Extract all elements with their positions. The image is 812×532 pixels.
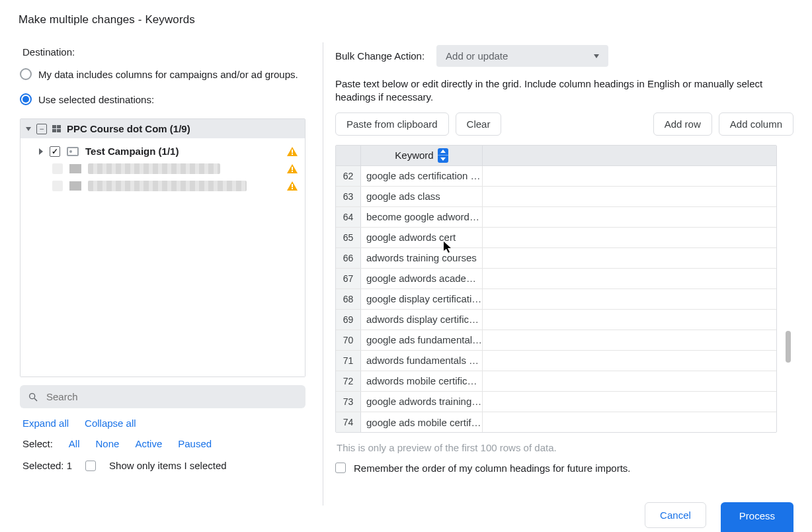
table-row[interactable]: 72adwords mobile certific… bbox=[336, 371, 776, 392]
warning-icon bbox=[286, 181, 298, 191]
table-row[interactable]: 68google display certificati… bbox=[336, 289, 776, 310]
cell-keyword[interactable]: google adwords acade… bbox=[361, 269, 483, 288]
grid-header-spacer bbox=[483, 146, 776, 165]
table-row[interactable]: 67google adwords acade… bbox=[336, 269, 776, 289]
table-row[interactable]: 71adwords fundamentals … bbox=[336, 351, 776, 371]
select-paused-link[interactable]: Paused bbox=[178, 438, 212, 449]
paste-button[interactable]: Paste from clipboard bbox=[335, 112, 449, 136]
remember-label: Remember the order of my column headings… bbox=[354, 463, 631, 474]
expand-all-link[interactable]: Expand all bbox=[22, 418, 69, 429]
add-row-button[interactable]: Add row bbox=[653, 112, 712, 136]
chevron-down-icon bbox=[440, 157, 446, 161]
select-none-link[interactable]: None bbox=[96, 438, 120, 449]
radio-unchecked-icon[interactable] bbox=[20, 68, 32, 80]
row-number: 63 bbox=[336, 187, 361, 206]
tree-item-redacted[interactable] bbox=[23, 160, 302, 177]
placeholder-icon bbox=[52, 163, 63, 174]
table-row[interactable]: 74google ads mobile certif… bbox=[336, 412, 776, 432]
select-all-link[interactable]: All bbox=[69, 438, 80, 449]
select-active-link[interactable]: Active bbox=[135, 438, 162, 449]
process-button[interactable]: Process bbox=[721, 502, 793, 532]
select-label: Select: bbox=[22, 438, 53, 449]
cell-empty[interactable] bbox=[483, 351, 776, 371]
table-row[interactable]: 65google adwords cert bbox=[336, 228, 776, 248]
cell-empty[interactable] bbox=[483, 248, 776, 268]
tree-item-label: Test Campaign (1/1) bbox=[85, 146, 179, 157]
radio-columns-row[interactable]: My data includes columns for campaigns a… bbox=[20, 68, 307, 80]
row-number: 62 bbox=[336, 166, 361, 186]
cell-empty[interactable] bbox=[483, 330, 776, 350]
table-row[interactable]: 63google ads class bbox=[336, 187, 776, 207]
table-row[interactable]: 66adwords training courses bbox=[336, 248, 776, 269]
tree-item-redacted[interactable] bbox=[23, 177, 302, 195]
cell-empty[interactable] bbox=[483, 392, 776, 412]
cell-keyword[interactable]: adwords training courses bbox=[361, 248, 483, 268]
cell-empty[interactable] bbox=[483, 187, 776, 206]
table-row[interactable]: 73google adwords training… bbox=[336, 392, 776, 412]
campaign-icon bbox=[67, 147, 79, 156]
column-select-stepper[interactable] bbox=[438, 148, 448, 163]
svg-rect-1 bbox=[292, 150, 293, 153]
radio-selected-label: Use selected destinations: bbox=[38, 94, 154, 105]
scrollbar-thumb[interactable] bbox=[786, 331, 791, 363]
cell-keyword[interactable]: google adwords training… bbox=[361, 392, 483, 412]
radio-checked-icon[interactable] bbox=[20, 93, 32, 105]
collapse-all-link[interactable]: Collapse all bbox=[85, 418, 136, 429]
cell-keyword[interactable]: become google adword… bbox=[361, 207, 483, 227]
svg-rect-2 bbox=[292, 154, 293, 155]
cell-empty[interactable] bbox=[483, 412, 776, 432]
row-number: 70 bbox=[336, 330, 361, 350]
cell-keyword[interactable]: google ads class bbox=[361, 187, 483, 206]
table-row[interactable]: 70google ads fundamental… bbox=[336, 330, 776, 351]
row-number: 64 bbox=[336, 207, 361, 227]
add-column-button[interactable]: Add column bbox=[719, 112, 793, 136]
cell-keyword[interactable]: google ads mobile certif… bbox=[361, 412, 483, 432]
cell-keyword[interactable]: google ads certification … bbox=[361, 166, 483, 186]
tristate-checkbox-icon[interactable]: − bbox=[36, 124, 47, 134]
radio-selected-row[interactable]: Use selected destinations: bbox=[20, 93, 307, 105]
row-number: 67 bbox=[336, 269, 361, 288]
cell-empty[interactable] bbox=[483, 207, 776, 227]
cell-empty[interactable] bbox=[483, 228, 776, 247]
show-only-checkbox[interactable] bbox=[85, 461, 96, 471]
checkbox-checked-icon[interactable] bbox=[50, 146, 60, 157]
placeholder-icon bbox=[52, 181, 63, 191]
svg-rect-5 bbox=[292, 171, 293, 172]
search-box[interactable] bbox=[20, 385, 305, 408]
row-number: 68 bbox=[336, 289, 361, 309]
cell-keyword[interactable]: adwords display certific… bbox=[361, 310, 483, 330]
tree-root-row[interactable]: − PPC Course dot Com (1/9) bbox=[20, 119, 305, 138]
column-header-keyword[interactable]: Keyword bbox=[361, 146, 483, 165]
destination-tree: − PPC Course dot Com (1/9) Test Campaign… bbox=[20, 118, 305, 377]
cell-empty[interactable] bbox=[483, 371, 776, 391]
caret-right-icon[interactable] bbox=[39, 148, 43, 155]
search-input[interactable] bbox=[45, 390, 298, 403]
cell-empty[interactable] bbox=[483, 269, 776, 288]
cell-keyword[interactable]: google adwords cert bbox=[361, 228, 483, 247]
row-number: 74 bbox=[336, 412, 361, 432]
cell-empty[interactable] bbox=[483, 310, 776, 330]
cell-keyword[interactable]: google ads fundamental… bbox=[361, 330, 483, 350]
cell-empty[interactable] bbox=[483, 166, 776, 186]
row-number: 71 bbox=[336, 351, 361, 371]
svg-rect-8 bbox=[292, 188, 293, 189]
cell-keyword[interactable]: adwords fundamentals … bbox=[361, 351, 483, 371]
data-grid[interactable]: Keyword 62google ads certification …63go… bbox=[335, 145, 777, 433]
cancel-button[interactable]: Cancel bbox=[645, 502, 706, 528]
cell-keyword[interactable]: adwords mobile certific… bbox=[361, 371, 483, 391]
table-row[interactable]: 64become google adword… bbox=[336, 207, 776, 228]
clear-button[interactable]: Clear bbox=[456, 112, 502, 136]
cell-keyword[interactable]: google display certificati… bbox=[361, 289, 483, 309]
table-row[interactable]: 62google ads certification … bbox=[336, 166, 776, 187]
selected-count: Selected: 1 bbox=[22, 460, 72, 471]
bulk-change-dropdown[interactable]: Add or update bbox=[436, 45, 608, 67]
instruction-text: Paste text below or edit directly in the… bbox=[335, 77, 772, 105]
warning-icon bbox=[286, 146, 298, 157]
tree-item-test-campaign[interactable]: Test Campaign (1/1) bbox=[23, 142, 302, 160]
cell-empty[interactable] bbox=[483, 289, 776, 309]
caret-down-icon[interactable] bbox=[26, 127, 31, 131]
remember-checkbox[interactable] bbox=[335, 463, 346, 473]
table-row[interactable]: 69adwords display certific… bbox=[336, 310, 776, 330]
bulk-change-label: Bulk Change Action: bbox=[335, 50, 425, 62]
redacted-label bbox=[88, 181, 247, 191]
